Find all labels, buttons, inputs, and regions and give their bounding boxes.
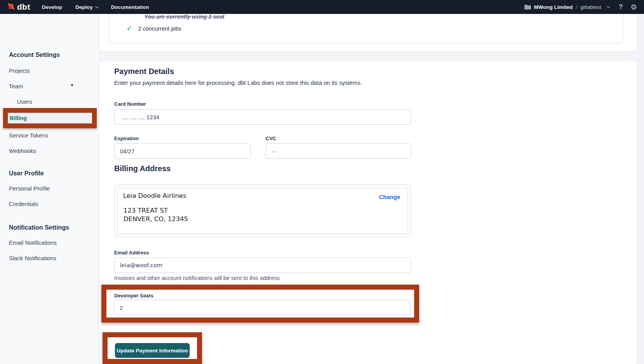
nav-link-deploy[interactable]: Deploy — [75, 4, 98, 10]
nav-link-develop[interactable]: Develop — [42, 4, 62, 10]
account-project-switcher[interactable]: MWong Limited / gitlabtest — [524, 4, 610, 10]
project-name: gitlabtest — [581, 4, 601, 10]
nav-link-documentation[interactable]: Documentation — [111, 4, 149, 10]
payment-details-title: Payment Details — [114, 67, 174, 76]
cvc-label: CVC — [265, 136, 276, 141]
help-icon[interactable]: ? — [619, 3, 623, 11]
chevron-down-icon — [606, 5, 610, 8]
account-name: MWong Limited — [534, 4, 573, 10]
developer-seats-label: Developer Seats — [114, 293, 153, 299]
check-icon: ✓ — [127, 24, 132, 33]
dbt-logo-text: dbt — [17, 2, 30, 12]
sidebar-item-personal-profile[interactable]: Personal Profile — [9, 185, 50, 192]
dropdown-triangle-icon[interactable]: ▾ — [71, 82, 74, 88]
developer-seats-input[interactable] — [114, 300, 410, 315]
payment-details-card: Payment Details Enter your payment detai… — [99, 61, 637, 364]
folder-icon — [524, 4, 531, 10]
expiration-input[interactable] — [114, 143, 251, 159]
billing-address-line2: DENVER, CO, 12345 — [123, 215, 188, 223]
sidebar-item-projects[interactable]: Projects — [9, 67, 30, 74]
dbt-logo[interactable]: dbt — [5, 2, 30, 12]
seat-usage-note: You are currently using 1 seat — [144, 14, 224, 20]
top-navbar: dbt Develop Deploy Documentation MWong L… — [0, 0, 644, 14]
sidebar-item-slack-notifications[interactable]: Slack Notifications — [9, 255, 57, 261]
annotation-box-update-button: Update Payment Information — [103, 332, 202, 364]
chevron-down-icon — [95, 5, 98, 8]
email-address-label: Email Address — [114, 250, 149, 256]
sidebar-item-credentials[interactable]: Credentials — [9, 201, 38, 207]
concurrent-jobs-text: 2 concurrent jobs — [138, 26, 181, 32]
expiration-label: Expiration — [114, 136, 139, 141]
email-helper-text: Invoices and other account notifications… — [114, 275, 280, 281]
dbt-logo-icon — [5, 2, 15, 12]
settings-sidebar: Account Settings Projects Team ▾ Users B… — [0, 14, 98, 364]
sidebar-item-service-tokens[interactable]: Service Tokens — [9, 132, 48, 139]
sidebar-item-webhooks[interactable]: Webhooks — [9, 148, 36, 154]
sidebar-item-users[interactable]: Users — [17, 98, 32, 105]
billing-address-title: Billing Address — [114, 164, 171, 173]
sidebar-item-email-notifications[interactable]: Email Notifications — [9, 239, 57, 246]
email-address-input[interactable] — [114, 258, 411, 273]
payment-details-subtitle: Enter your payment details here for proc… — [114, 79, 362, 86]
breadcrumb-separator: / — [576, 4, 577, 10]
sidebar-item-billing-row: Billing — [8, 113, 92, 124]
card-number-label: Card Number — [114, 101, 146, 107]
card-number-input[interactable] — [114, 109, 411, 125]
billing-address-line1: 123 TREAT ST — [123, 207, 168, 214]
update-payment-information-button[interactable]: Update Payment Information — [115, 343, 190, 358]
sidebar-header-account-settings: Account Settings — [9, 52, 60, 58]
annotation-box-developer-seats: Developer Seats — [101, 285, 419, 323]
sidebar-item-billing[interactable]: Billing — [10, 115, 27, 121]
sidebar-header-notification-settings: Notification Settings — [9, 224, 69, 231]
billing-address-box: Leia Doodle Airlines Change 123 TREAT ST… — [114, 184, 411, 237]
billing-address-name: Leia Doodle Airlines — [123, 192, 186, 199]
gear-icon[interactable]: ⚙ — [630, 3, 637, 11]
sidebar-item-team[interactable]: Team — [9, 83, 23, 89]
cvc-input[interactable] — [265, 143, 411, 159]
sidebar-header-user-profile: User Profile — [9, 170, 44, 177]
change-address-link[interactable]: Change — [379, 194, 400, 200]
plan-feature-row: ✓ 2 concurrent jobs — [127, 24, 181, 33]
billing-address-panel: Leia Doodle Airlines Change 123 TREAT ST… — [118, 188, 408, 234]
annotation-box-billing: Billing — [3, 108, 97, 128]
